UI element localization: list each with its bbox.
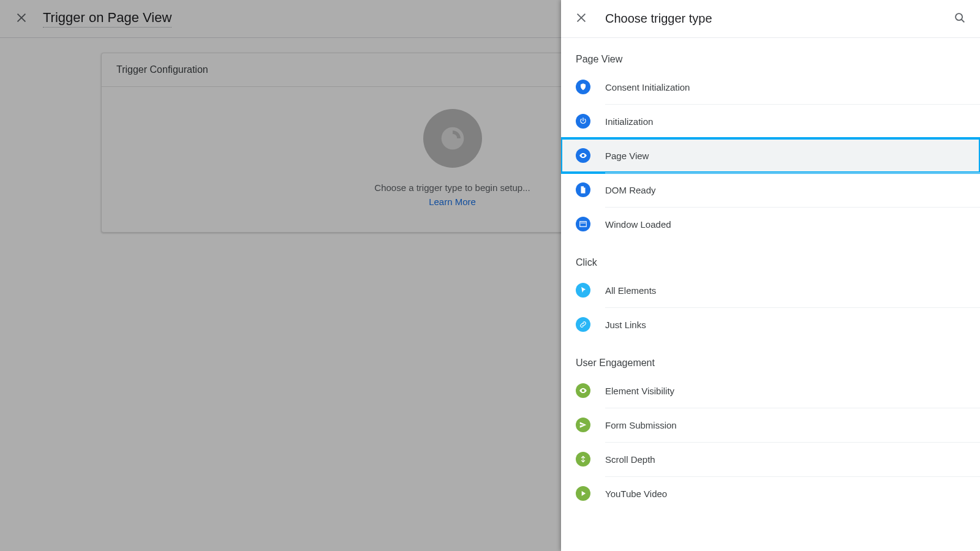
play-icon <box>576 486 590 501</box>
section-title: Click <box>561 257 980 268</box>
power-icon <box>576 114 590 129</box>
trigger-section: ClickAll ElementsJust Links <box>561 241 980 342</box>
trigger-type-item[interactable]: Just Links <box>561 307 980 342</box>
cursor-icon <box>576 283 590 298</box>
trigger-section: User EngagementElement VisibilityForm Su… <box>561 342 980 511</box>
trigger-type-label: Initialization <box>605 116 653 127</box>
section-items: Element VisibilityForm SubmissionScroll … <box>561 369 980 511</box>
svg-line-1 <box>962 19 965 22</box>
trigger-type-label: Scroll Depth <box>605 454 655 465</box>
trigger-type-item[interactable]: Page View <box>561 138 980 173</box>
send-icon <box>576 418 590 432</box>
doc-icon <box>576 182 590 197</box>
trigger-type-label: All Elements <box>605 285 656 296</box>
trigger-type-label: Element Visibility <box>605 386 674 396</box>
trigger-type-item[interactable]: Scroll Depth <box>561 442 980 476</box>
app-root: Trigger on Page View Trigger Configurati… <box>0 0 980 551</box>
panel-header: Choose trigger type <box>561 0 980 38</box>
trigger-type-item[interactable]: YouTube Video <box>561 476 980 511</box>
search-icon[interactable] <box>953 11 967 27</box>
section-title: Page View <box>561 54 980 65</box>
trigger-type-item[interactable]: All Elements <box>561 273 980 307</box>
trigger-type-label: Consent Initialization <box>605 82 690 92</box>
trigger-section: Page ViewConsent InitializationInitializ… <box>561 38 980 241</box>
eye-icon <box>576 383 590 398</box>
section-items: All ElementsJust Links <box>561 268 980 342</box>
trigger-type-label: Just Links <box>605 320 646 330</box>
link-icon <box>576 317 590 332</box>
close-icon[interactable] <box>575 11 588 27</box>
section-title: User Engagement <box>561 358 980 369</box>
shield-icon <box>576 80 590 94</box>
trigger-type-item[interactable]: Initialization <box>561 104 980 138</box>
trigger-type-item[interactable]: Form Submission <box>561 408 980 442</box>
trigger-type-label: DOM Ready <box>605 185 656 195</box>
section-items: Consent InitializationInitializationPage… <box>561 65 980 241</box>
trigger-type-item[interactable]: Consent Initialization <box>561 70 980 104</box>
svg-point-0 <box>956 13 962 20</box>
scroll-icon <box>576 452 590 467</box>
trigger-type-label: Page View <box>605 151 649 161</box>
trigger-type-panel: Choose trigger type Page ViewConsent Ini… <box>561 0 980 551</box>
window-icon <box>576 217 590 231</box>
panel-title: Choose trigger type <box>605 12 936 26</box>
trigger-type-item[interactable]: Element Visibility <box>561 373 980 408</box>
trigger-type-item[interactable]: DOM Ready <box>561 173 980 207</box>
trigger-type-label: Form Submission <box>605 420 677 430</box>
trigger-type-label: YouTube Video <box>605 489 667 499</box>
trigger-type-item[interactable]: Window Loaded <box>561 207 980 241</box>
panel-body: Page ViewConsent InitializationInitializ… <box>561 38 980 551</box>
trigger-type-label: Window Loaded <box>605 219 671 230</box>
eye-icon <box>576 148 590 163</box>
